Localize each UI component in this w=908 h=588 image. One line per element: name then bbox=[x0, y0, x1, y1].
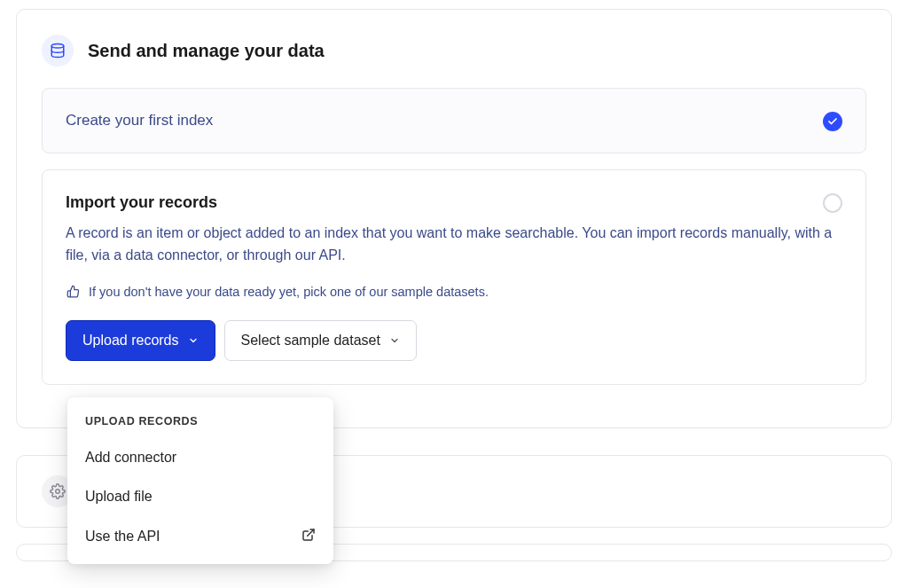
database-icon bbox=[50, 43, 66, 59]
select-sample-dataset-button[interactable]: Select sample dataset bbox=[224, 320, 417, 361]
chevron-down-icon bbox=[188, 335, 199, 346]
button-row: Upload records Select sample dataset bbox=[66, 320, 842, 361]
dropdown-item-label: Add connector bbox=[85, 450, 176, 466]
step-create-index[interactable]: Create your first index bbox=[42, 88, 866, 153]
svg-point-1 bbox=[56, 489, 60, 493]
external-link-icon bbox=[301, 528, 316, 545]
step-title: Create your first index bbox=[66, 112, 842, 129]
gear-icon bbox=[50, 483, 66, 499]
section-header: Send and manage your data bbox=[42, 35, 866, 67]
main-card: Send and manage your data Create your fi… bbox=[16, 9, 892, 428]
dropdown-item-label: Use the API bbox=[85, 529, 160, 545]
upload-records-button[interactable]: Upload records bbox=[66, 320, 215, 361]
dropdown-item-add-connector[interactable]: Add connector bbox=[67, 438, 333, 477]
dropdown-item-upload-file[interactable]: Upload file bbox=[67, 477, 333, 516]
step-description: A record is an item or object added to a… bbox=[66, 223, 842, 267]
svg-point-0 bbox=[51, 44, 64, 49]
upload-records-dropdown: UPLOAD RECORDS Add connector Upload file… bbox=[67, 397, 333, 564]
chevron-down-icon bbox=[389, 335, 400, 346]
check-icon bbox=[823, 112, 842, 131]
dropdown-item-use-api[interactable]: Use the API bbox=[67, 516, 333, 557]
tip-row: If you don't have your data ready yet, p… bbox=[66, 285, 842, 299]
svg-line-2 bbox=[308, 529, 314, 536]
step-status-pending bbox=[823, 193, 842, 213]
dropdown-item-label: Upload file bbox=[85, 489, 153, 505]
empty-circle-icon bbox=[823, 193, 842, 213]
button-label: Select sample dataset bbox=[241, 333, 380, 349]
step-title: Import your records bbox=[66, 193, 842, 212]
step-import-records: Import your records A record is an item … bbox=[42, 169, 866, 385]
button-label: Upload records bbox=[82, 333, 179, 349]
step-status-complete bbox=[823, 112, 842, 131]
tip-text: If you don't have your data ready yet, p… bbox=[89, 285, 489, 299]
section-title: Send and manage your data bbox=[88, 41, 325, 61]
database-icon-badge bbox=[42, 35, 74, 67]
thumbs-up-icon bbox=[66, 285, 80, 299]
dropdown-header: UPLOAD RECORDS bbox=[67, 410, 333, 438]
